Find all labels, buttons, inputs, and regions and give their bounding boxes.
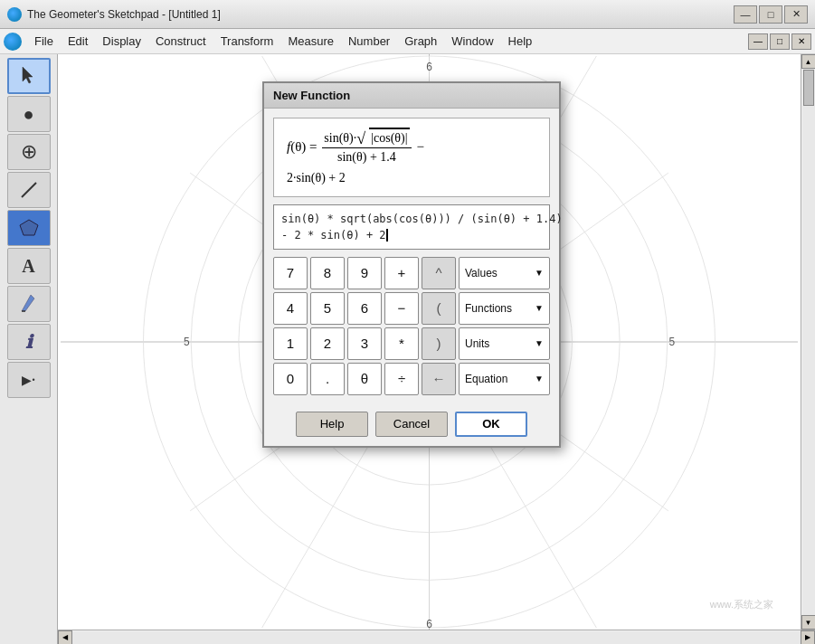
key-7[interactable]: 7 bbox=[273, 257, 308, 289]
menu-app-icon bbox=[4, 33, 22, 51]
mdi-minimize[interactable]: — bbox=[748, 33, 768, 50]
key-backspace[interactable]: ← bbox=[422, 363, 456, 395]
menu-construct[interactable]: Construct bbox=[148, 31, 213, 52]
horizontal-scrollbar[interactable]: ◀ ▶ bbox=[58, 630, 815, 644]
values-dropdown[interactable]: Values ▼ bbox=[459, 257, 550, 289]
key-lparen[interactable]: ( bbox=[422, 292, 456, 325]
menu-edit[interactable]: Edit bbox=[61, 31, 95, 52]
app-icon bbox=[7, 7, 22, 22]
svg-text:6: 6 bbox=[426, 618, 432, 630]
key-rparen[interactable]: ) bbox=[422, 327, 456, 360]
functions-arrow: ▼ bbox=[535, 303, 544, 313]
equation-arrow: ▼ bbox=[535, 374, 544, 384]
key-3[interactable]: 3 bbox=[347, 327, 382, 360]
formula-line2: 2·sin(θ) + 2 bbox=[287, 169, 536, 187]
key-2[interactable]: 2 bbox=[310, 327, 345, 360]
values-arrow: ▼ bbox=[535, 268, 544, 278]
formula-display: f (θ) = sin(θ)· √ |cos(θ)| sin(θ) + 1.4 … bbox=[273, 118, 550, 197]
key-4[interactable]: 4 bbox=[273, 292, 308, 325]
values-label: Values bbox=[465, 267, 498, 279]
maximize-button[interactable]: □ bbox=[759, 5, 782, 24]
title-bar: The Geometer's Sketchpad - [Untitled 1] … bbox=[0, 0, 815, 29]
mdi-close[interactable]: ✕ bbox=[791, 33, 811, 50]
keypad: 7 8 9 + ^ Values ▼ 4 5 6 − ( Functions ▼… bbox=[273, 257, 550, 395]
svg-marker-1 bbox=[20, 220, 38, 235]
point-tool[interactable]: ● bbox=[7, 96, 51, 132]
scroll-track-v[interactable] bbox=[802, 69, 815, 615]
key-9[interactable]: 9 bbox=[347, 257, 382, 289]
formula-input-text: sin(θ) * sqrt(abs(cos(θ))) / (sin(θ) + 1… bbox=[281, 213, 563, 242]
cancel-button[interactable]: Cancel bbox=[375, 412, 448, 437]
menu-display[interactable]: Display bbox=[95, 31, 148, 52]
key-multiply[interactable]: * bbox=[384, 327, 419, 360]
dialog-body: f (θ) = sin(θ)· √ |cos(θ)| sin(θ) + 1.4 … bbox=[264, 109, 559, 412]
key-6[interactable]: 6 bbox=[347, 292, 382, 325]
mdi-controls: — □ ✕ bbox=[748, 33, 811, 50]
svg-text:5: 5 bbox=[184, 336, 190, 348]
menu-transform[interactable]: Transform bbox=[213, 31, 281, 52]
window-title: The Geometer's Sketchpad - [Untitled 1] bbox=[27, 8, 734, 21]
scroll-track-h[interactable] bbox=[72, 631, 801, 644]
key-plus[interactable]: + bbox=[384, 257, 419, 289]
svg-text:6: 6 bbox=[426, 61, 432, 73]
close-button[interactable]: ✕ bbox=[784, 5, 808, 24]
key-power[interactable]: ^ bbox=[422, 257, 456, 289]
dialog-title: New Function bbox=[273, 89, 350, 102]
menu-graph[interactable]: Graph bbox=[397, 31, 444, 52]
units-dropdown[interactable]: Units ▼ bbox=[459, 327, 550, 360]
ok-button[interactable]: OK bbox=[455, 412, 527, 437]
svg-text:5: 5 bbox=[669, 336, 676, 348]
scroll-down[interactable]: ▼ bbox=[801, 615, 816, 630]
key-theta[interactable]: θ bbox=[347, 363, 382, 395]
menu-measure[interactable]: Measure bbox=[280, 31, 341, 52]
key-minus[interactable]: − bbox=[384, 292, 419, 325]
watermark: www.系统之家 bbox=[710, 598, 773, 611]
info-tool[interactable]: ℹ bbox=[7, 324, 51, 360]
key-8[interactable]: 8 bbox=[310, 257, 345, 289]
scroll-up[interactable]: ▲ bbox=[801, 54, 816, 69]
select-tool[interactable] bbox=[7, 58, 51, 94]
scroll-right[interactable]: ▶ bbox=[801, 630, 815, 645]
marker-tool[interactable] bbox=[7, 286, 51, 322]
functions-label: Functions bbox=[465, 302, 512, 315]
line-tool[interactable] bbox=[7, 172, 51, 208]
text-tool[interactable]: A bbox=[7, 248, 51, 284]
key-divide[interactable]: ÷ bbox=[384, 363, 419, 395]
units-label: Units bbox=[465, 337, 489, 350]
polygon-tool[interactable] bbox=[7, 210, 51, 246]
menu-bar: File Edit Display Construct Transform Me… bbox=[0, 29, 815, 54]
menu-window[interactable]: Window bbox=[444, 31, 500, 52]
dialog-footer: Help Cancel OK bbox=[264, 412, 559, 446]
new-function-dialog: New Function f (θ) = sin(θ)· √ |cos(θ)| … bbox=[262, 81, 561, 448]
mdi-restore[interactable]: □ bbox=[770, 33, 790, 50]
formula-rendered: f (θ) = sin(θ)· √ |cos(θ)| sin(θ) + 1.4 … bbox=[287, 128, 536, 166]
svg-line-0 bbox=[22, 183, 36, 197]
menu-file[interactable]: File bbox=[27, 31, 61, 52]
window-controls: — □ ✕ bbox=[734, 5, 808, 24]
compass-tool[interactable]: ⊕ bbox=[7, 134, 51, 170]
minimize-button[interactable]: — bbox=[734, 5, 757, 24]
menu-number[interactable]: Number bbox=[341, 31, 397, 52]
units-arrow: ▼ bbox=[535, 338, 544, 348]
equation-dropdown[interactable]: Equation ▼ bbox=[459, 363, 550, 395]
equation-label: Equation bbox=[465, 373, 507, 385]
functions-dropdown[interactable]: Functions ▼ bbox=[459, 292, 550, 325]
more-tool[interactable]: ▶• bbox=[7, 362, 51, 398]
scroll-thumb-v[interactable] bbox=[803, 70, 814, 106]
dialog-titlebar: New Function bbox=[264, 83, 559, 109]
menu-help[interactable]: Help bbox=[501, 31, 540, 52]
key-5[interactable]: 5 bbox=[310, 292, 345, 325]
formula-input-display: sin(θ) * sqrt(abs(cos(θ))) / (sin(θ) + 1… bbox=[273, 204, 550, 250]
toolbar: ● ⊕ A ℹ ▶• bbox=[0, 54, 58, 644]
key-1[interactable]: 1 bbox=[273, 327, 308, 360]
key-decimal[interactable]: . bbox=[310, 363, 345, 395]
vertical-scrollbar[interactable]: ▲ ▼ bbox=[801, 54, 815, 630]
scroll-left[interactable]: ◀ bbox=[58, 630, 72, 645]
key-0[interactable]: 0 bbox=[273, 363, 308, 395]
help-button[interactable]: Help bbox=[296, 412, 368, 437]
